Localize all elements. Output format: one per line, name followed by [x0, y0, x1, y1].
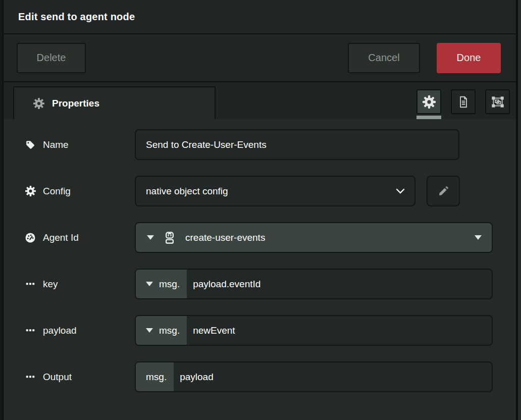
field-row-config: Config native object config [17, 176, 493, 206]
payload-type-label: msg. [159, 325, 180, 336]
output-type-label: msg. [146, 372, 167, 383]
dialog-header: Edit send to agent node [4, 0, 516, 34]
editor-tabbar: Properties [4, 82, 516, 119]
key-label-text: key [43, 279, 58, 290]
key-field[interactable]: msg. payload.eventId [135, 269, 493, 299]
workspace-edge-strip [0, 0, 4, 420]
appearance-object-group-button[interactable] [485, 89, 510, 114]
done-button[interactable]: Done [437, 43, 501, 73]
name-label-text: Name [43, 139, 69, 150]
field-row-agent-id: Agent Id create-user-events [17, 222, 493, 253]
gear-icon [33, 98, 44, 109]
object-group-icon [491, 95, 504, 109]
field-row-name: Name [17, 129, 493, 160]
dialog-button-tray: Delete Cancel Done [4, 34, 516, 82]
key-label: key [17, 279, 135, 290]
caret-down-icon [146, 282, 153, 286]
edit-config-button[interactable] [427, 176, 460, 206]
field-row-key: key msg. payload.eventId [17, 269, 493, 299]
payload-label-text: payload [43, 325, 77, 336]
gear-icon [24, 186, 36, 196]
agent-id-value: create-user-events [185, 232, 265, 243]
name-label: Name [17, 139, 135, 150]
chevron-down-icon [395, 188, 405, 195]
config-select[interactable]: native object config [135, 176, 415, 206]
properties-form: Name [4, 119, 516, 420]
output-field[interactable]: msg. payload [135, 361, 493, 392]
ellipsis-icon [24, 279, 36, 290]
output-type-selector[interactable]: msg. [136, 362, 174, 391]
agent-id-label: Agent Id [17, 232, 135, 244]
cancel-button[interactable]: Cancel [348, 43, 420, 73]
ellipsis-icon [24, 372, 36, 383]
payload-field[interactable]: msg. newEvent [135, 315, 493, 346]
robot-icon [162, 230, 177, 245]
pencil-icon [437, 185, 449, 197]
edit-node-dialog: Edit send to agent node Delete Cancel Do… [4, 0, 518, 420]
payload-value[interactable]: newEvent [187, 325, 235, 336]
tag-icon [24, 139, 36, 150]
field-row-output: Output msg. payload [17, 361, 493, 392]
caret-down-icon[interactable] [147, 235, 154, 240]
description-doc-button[interactable] [451, 89, 476, 114]
payload-type-selector[interactable]: msg. [136, 316, 187, 345]
tab-properties[interactable]: Properties [13, 86, 216, 119]
key-value[interactable]: payload.eventId [187, 279, 260, 290]
right-panel-sliver [518, 0, 521, 420]
config-label: Config [17, 186, 135, 197]
name-input[interactable] [135, 129, 459, 160]
output-value[interactable]: payload [174, 372, 214, 383]
document-icon [457, 95, 470, 109]
agent-id-label-text: Agent Id [43, 232, 79, 243]
config-select-value: native object config [146, 186, 228, 197]
key-type-selector[interactable]: msg. [136, 270, 187, 298]
output-label: Output [17, 372, 135, 383]
delete-button[interactable]: Delete [17, 43, 86, 73]
tab-properties-label: Properties [52, 98, 99, 109]
key-type-label: msg. [159, 279, 180, 290]
ellipsis-icon [24, 325, 36, 336]
properties-gear-button[interactable] [416, 89, 441, 114]
dialog-title: Edit send to agent node [18, 11, 135, 23]
agent-id-field[interactable]: create-user-events [135, 222, 493, 253]
gear-icon [423, 95, 436, 109]
gauge-icon [24, 232, 36, 244]
payload-label: payload [17, 325, 135, 336]
caret-down-icon[interactable] [475, 235, 482, 240]
caret-down-icon [146, 328, 153, 333]
config-label-text: Config [43, 186, 71, 197]
field-row-payload: payload msg. newEvent [17, 315, 493, 346]
output-label-text: Output [43, 372, 72, 383]
